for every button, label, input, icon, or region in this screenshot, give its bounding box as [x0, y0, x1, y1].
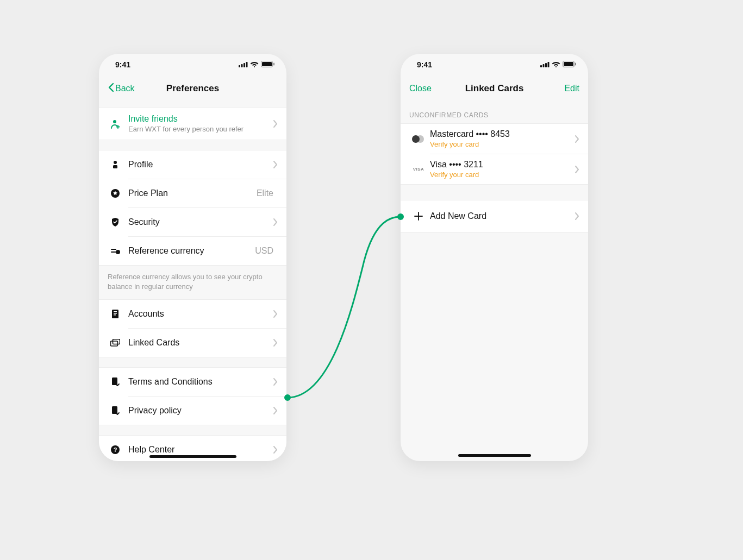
svg-rect-5 [262, 62, 272, 66]
row-linked-cards[interactable]: Linked Cards [99, 329, 286, 357]
row-add-new-card[interactable]: Add New Card [401, 200, 588, 232]
edit-button[interactable]: Edit [564, 84, 579, 93]
chevron-left-icon [108, 83, 114, 95]
close-button[interactable]: Close [409, 84, 432, 93]
chevron-right-icon [273, 378, 278, 386]
row-title: Security [128, 217, 273, 227]
row-title: Terms and Conditions [128, 377, 273, 387]
svg-rect-12 [111, 251, 116, 253]
home-indicator [149, 455, 236, 458]
close-label: Close [409, 84, 432, 93]
document-check-icon [108, 406, 123, 416]
svg-rect-18 [111, 341, 118, 346]
svg-rect-0 [239, 65, 240, 67]
svg-rect-11 [111, 249, 116, 250]
svg-rect-20 [112, 377, 117, 385]
status-icons [540, 60, 576, 69]
invite-friends-icon [108, 119, 123, 129]
svg-point-8 [114, 161, 117, 164]
svg-rect-17 [114, 314, 116, 316]
row-title: Invite friends [128, 114, 273, 124]
chevron-right-icon [273, 407, 278, 414]
chevron-right-icon [273, 218, 278, 226]
edit-label: Edit [564, 84, 579, 93]
mastercard-icon [409, 135, 428, 143]
reference-currency-footnote: Reference currency allows you to see you… [99, 265, 286, 300]
row-reference-currency[interactable]: Reference currency USD [99, 237, 286, 265]
svg-rect-9 [113, 165, 117, 168]
row-value: Elite [257, 188, 273, 198]
svg-rect-6 [273, 63, 274, 66]
visa-icon: VISA [409, 167, 428, 172]
phone-preferences: 9:41 Back Preferences [99, 54, 286, 461]
svg-text:?: ? [114, 446, 117, 453]
section-header-unconfirmed: Unconfirmed Cards [401, 102, 588, 123]
currency-icon [108, 247, 123, 255]
star-circle-icon [108, 188, 123, 198]
battery-icon [261, 60, 274, 69]
status-icons [239, 60, 274, 69]
section-account: Profile Price Plan Elite Security Refere… [99, 150, 286, 265]
section-wallet: Accounts Linked Cards [99, 300, 286, 357]
card-title: Mastercard •••• 8453 [430, 129, 575, 139]
row-title: Privacy policy [128, 406, 273, 416]
status-time: 9:41 [115, 60, 130, 69]
row-accounts[interactable]: Accounts [99, 300, 286, 328]
row-profile[interactable]: Profile [99, 150, 286, 179]
card-subtitle: Verify your card [430, 171, 575, 179]
svg-point-7 [113, 120, 116, 123]
row-title: Linked Cards [128, 338, 273, 348]
row-price-plan[interactable]: Price Plan Elite [99, 179, 286, 207]
row-card-mastercard[interactable]: Mastercard •••• 8453 Verify your card [401, 124, 588, 154]
back-label: Back [115, 84, 135, 93]
chevron-right-icon [575, 135, 579, 143]
phone-linked-cards: 9:41 Close Linked Cards Edit Unconfirmed… [401, 54, 588, 461]
chevron-right-icon [575, 166, 579, 173]
svg-rect-14 [112, 310, 118, 318]
chevron-right-icon [273, 446, 278, 454]
shield-icon [108, 217, 123, 227]
signal-icon [239, 60, 248, 69]
nav-bar: Back Preferences [99, 75, 286, 102]
svg-rect-16 [114, 313, 117, 314]
chevron-right-icon [273, 310, 278, 318]
connector-dot-start [284, 394, 291, 401]
row-subtitle: Earn WXT for every person you refer [128, 125, 273, 133]
svg-rect-29 [564, 62, 573, 66]
connector-dot-end [397, 213, 404, 220]
svg-rect-27 [548, 62, 550, 67]
row-title: Profile [128, 160, 273, 169]
row-title: Price Plan [128, 188, 257, 198]
svg-rect-25 [543, 64, 545, 67]
svg-rect-24 [540, 65, 542, 67]
row-value: USD [255, 246, 273, 256]
profile-icon [108, 160, 123, 169]
status-time: 9:41 [417, 60, 432, 69]
section-legal: Terms and Conditions Privacy policy [99, 367, 286, 425]
document-check-icon [108, 377, 123, 387]
section-add-card: Add New Card [401, 200, 588, 232]
signal-icon [540, 60, 550, 69]
row-security[interactable]: Security [99, 208, 286, 236]
row-terms[interactable]: Terms and Conditions [99, 368, 286, 396]
row-invite-friends[interactable]: Invite friends Earn WXT for every person… [99, 108, 286, 140]
row-title: Help Center [128, 445, 273, 455]
svg-rect-2 [243, 63, 245, 67]
nav-bar: Close Linked Cards Edit [401, 75, 588, 102]
svg-rect-26 [545, 63, 547, 67]
status-bar: 9:41 [99, 54, 286, 75]
svg-point-13 [116, 250, 120, 254]
linked-cards-icon [108, 339, 123, 347]
row-privacy[interactable]: Privacy policy [99, 397, 286, 425]
chevron-right-icon [273, 120, 278, 128]
section-invite: Invite friends Earn WXT for every person… [99, 107, 286, 140]
svg-rect-15 [114, 311, 117, 312]
row-card-visa[interactable]: VISA Visa •••• 3211 Verify your card [401, 154, 588, 184]
wifi-icon [552, 60, 560, 69]
status-bar: 9:41 [401, 54, 588, 75]
back-button[interactable]: Back [108, 83, 135, 95]
svg-rect-19 [113, 339, 120, 344]
section-unconfirmed-cards: Mastercard •••• 8453 Verify your card VI… [401, 123, 588, 185]
battery-icon [563, 60, 576, 69]
svg-rect-21 [112, 406, 117, 414]
